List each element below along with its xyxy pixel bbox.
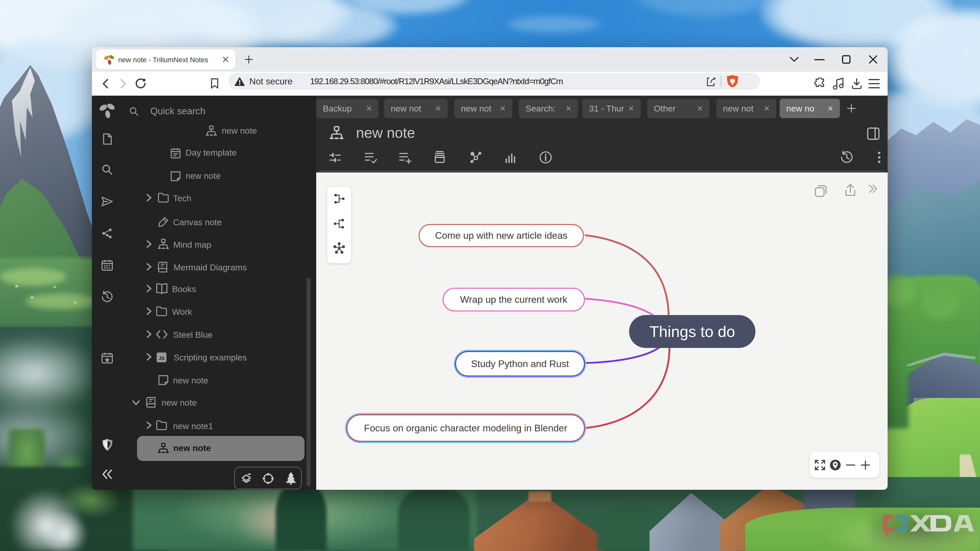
svg-text:JS: JS — [159, 356, 165, 361]
